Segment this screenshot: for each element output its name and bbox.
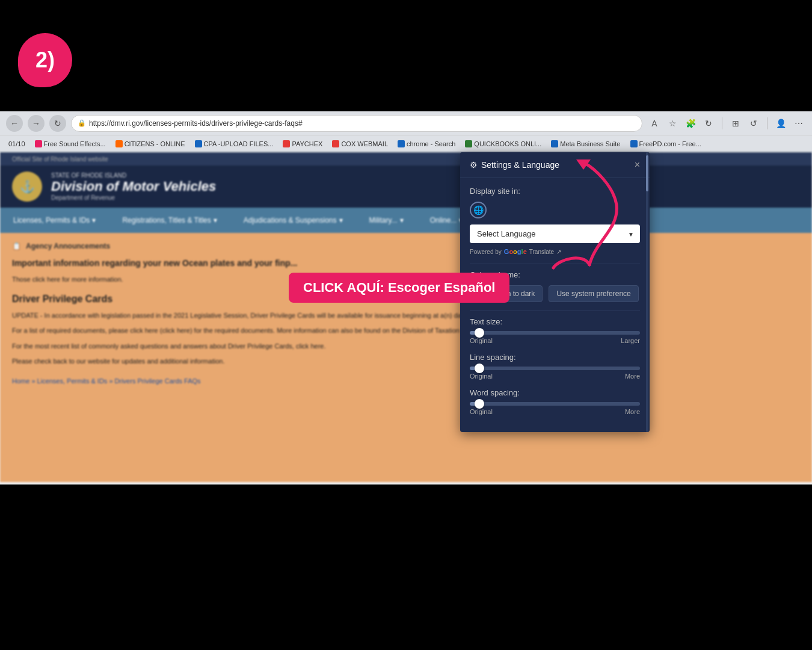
line-spacing-label: Line spacing:	[470, 353, 640, 362]
state-name: STATE OF RHODE ISLAND	[51, 172, 216, 179]
bookmark-chrome-search[interactable]: chrome - Search	[394, 139, 459, 149]
settings-scrollbar-thumb[interactable]	[646, 155, 648, 191]
chrome-icons: A ☆ 🧩 ↻ ⊞ ↺ 👤 ⋯	[647, 116, 806, 131]
nav-military[interactable]: Military... ▾	[362, 211, 411, 229]
extension-icon[interactable]: 🧩	[683, 116, 698, 131]
divider2	[767, 117, 767, 129]
bookmark-meta[interactable]: Meta Business Suite	[547, 139, 624, 149]
bookmark-cox[interactable]: COX WEBMAIL	[328, 139, 392, 149]
settings-divider-2	[470, 311, 640, 311]
para1: UPDATE - In accordance with legislation …	[12, 311, 800, 321]
display-site-label: Display site in:	[470, 187, 640, 196]
globe-icon: 🌐	[470, 202, 487, 218]
word-spacing-section: Word spacing: Original More	[470, 388, 640, 415]
official-site-bar: Official Site of Rhode Island website	[0, 152, 812, 166]
word-spacing-range-labels: Original More	[470, 408, 640, 415]
para4: Please check back to our website for upd…	[12, 356, 800, 367]
favicon-freepd	[630, 140, 638, 147]
google-logo: Google	[504, 248, 527, 255]
translate-icon[interactable]: A	[647, 116, 662, 131]
dmv-logo: ⚓	[12, 172, 42, 202]
bookmark-free-sound[interactable]: Free Sound Effects...	[31, 139, 109, 149]
line-spacing-range-labels: Original More	[470, 373, 640, 380]
click-instruction-label[interactable]: CLICK AQUÍ: Escoger Español	[289, 273, 509, 303]
divider	[722, 117, 722, 129]
favicon-citizens	[115, 140, 123, 147]
favicon-chrome	[398, 140, 405, 147]
google-translate-bar: Powered by Google Translate ↗	[470, 248, 640, 255]
line-spacing-slider[interactable]	[470, 367, 640, 370]
line-spacing-thumb[interactable]	[475, 364, 484, 373]
favicon-free-sound	[35, 140, 42, 147]
gear-icon: ⚙	[470, 160, 478, 170]
favicon-meta	[551, 140, 558, 147]
multi-tab-icon[interactable]: ⊞	[728, 116, 743, 131]
line-spacing-section: Line spacing: Original More	[470, 353, 640, 380]
settings-body: Display site in: 🌐 Select Language Españ…	[460, 178, 650, 432]
settings-header: ⚙ Settings & Language ×	[460, 152, 650, 178]
bookmark-citizens[interactable]: CITIZENS - ONLINE	[112, 139, 189, 149]
bookmark-star-icon[interactable]: ☆	[665, 116, 680, 131]
bookmark-quickbooks[interactable]: QUICKBOOKS ONLI...	[461, 139, 545, 149]
language-select[interactable]: Select Language Español Français Portugu…	[470, 224, 640, 243]
forward-button[interactable]: →	[28, 115, 45, 132]
dmv-nav: Licenses, Permits & IDs ▾ Registrations,…	[0, 208, 812, 233]
translate-label: Translate	[529, 249, 554, 255]
sync-icon[interactable]: ↺	[746, 116, 761, 131]
favicon-paychex	[283, 140, 290, 147]
powered-by-text: Powered by	[470, 249, 502, 255]
agency-announce: 📋 Agency Announcements	[12, 242, 800, 250]
bookmark-cpa[interactable]: CPA -UPLOAD FILES...	[191, 139, 277, 149]
nav-registrations[interactable]: Registrations, Titles & Titles ▾	[115, 211, 224, 229]
globe-icon-row: 🌐	[470, 202, 640, 218]
breadcrumb: Home » Licenses, Permits & IDs » Drivers…	[12, 376, 800, 387]
dmv-website-content: Official Site of Rhode Island website ⚓ …	[0, 152, 812, 482]
address-bar[interactable]: 🔒 https://dmv.ri.gov/licenses-permits-id…	[71, 115, 642, 132]
word-spacing-slider[interactable]	[470, 402, 640, 406]
dmv-main: 📋 Agency Announcements Important informa…	[0, 233, 812, 482]
favicon-quickbooks	[465, 140, 472, 147]
para2: For a list of required documents, please…	[12, 326, 800, 336]
text-size-section: Text size: Original Larger	[470, 317, 640, 344]
refresh-button[interactable]: ↻	[49, 115, 66, 132]
settings-scrollbar[interactable]	[646, 152, 648, 432]
dmv-header: ⚓ STATE OF RHODE ISLAND Division of Moto…	[0, 166, 812, 208]
system-preference-button[interactable]: Use system preference	[549, 285, 638, 302]
dept-name: Department of Revenue	[51, 194, 216, 201]
chrome-bar: ← → ↻ 🔒 https://dmv.ri.gov/licenses-perm…	[0, 111, 812, 135]
bookmarks-bar: 01/10 Free Sound Effects... CITIZENS - O…	[0, 135, 812, 152]
word-spacing-thumb[interactable]	[475, 399, 484, 409]
step-badge: 2)	[18, 33, 72, 87]
lock-icon: 🔒	[78, 119, 86, 127]
back-button[interactable]: ←	[6, 115, 23, 132]
dmv-title-block: STATE OF RHODE ISLAND Division of Motor …	[51, 172, 216, 201]
word-spacing-label: Word spacing:	[470, 388, 640, 397]
settings-close-button[interactable]: ×	[635, 159, 640, 170]
text-size-label: Text size:	[470, 317, 640, 326]
text-size-slider[interactable]	[470, 331, 640, 335]
step-badge-label: 2)	[35, 48, 55, 73]
bookmark-paychex[interactable]: PAYCHEX	[279, 139, 326, 149]
profile-icon[interactable]: 👤	[774, 116, 788, 131]
headline: Important information regarding your new…	[12, 256, 800, 270]
settings-divider-1	[470, 264, 640, 264]
bookmark-tab-count: 01/10	[5, 139, 29, 149]
text-size-range-labels: Original Larger	[470, 337, 640, 344]
language-select-wrapper[interactable]: Select Language Español Français Portugu…	[470, 224, 640, 243]
division-name: Division of Motor Vehicles	[51, 179, 216, 194]
text-size-thumb[interactable]	[475, 328, 484, 338]
nav-licenses[interactable]: Licenses, Permits & IDs ▾	[6, 211, 103, 229]
favicon-cox	[332, 140, 339, 147]
para3: For the most recent list of commonly ask…	[12, 341, 800, 352]
refresh-circle-icon[interactable]: ↻	[701, 116, 716, 131]
more-options-icon[interactable]: ⋯	[792, 116, 806, 131]
bookmark-freepd[interactable]: FreePD.com - Free...	[627, 139, 705, 149]
nav-adjudications[interactable]: Adjudications & Suspensions ▾	[236, 211, 350, 229]
favicon-cpa	[195, 140, 202, 147]
external-link-icon: ↗	[556, 249, 561, 255]
bottom-black-area	[0, 491, 812, 650]
settings-title: ⚙ Settings & Language	[470, 160, 559, 170]
